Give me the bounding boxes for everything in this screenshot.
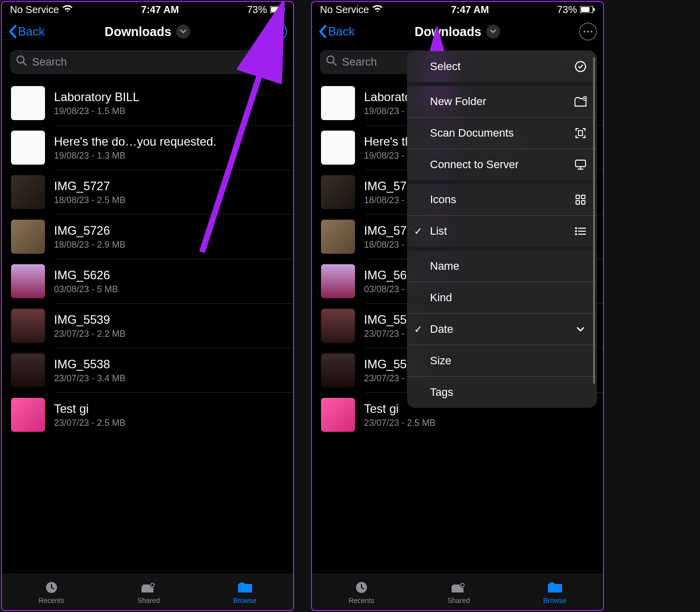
scan-documents-icon — [574, 127, 587, 140]
folder-title[interactable]: Downloads — [414, 25, 500, 39]
nav-bar: Back Downloads — [312, 17, 603, 46]
svg-rect-10 — [581, 7, 590, 12]
tab-recents[interactable]: Recents — [348, 580, 374, 604]
list-icon — [574, 225, 587, 238]
file-thumbnail — [321, 220, 355, 254]
search-placeholder: Search — [342, 56, 377, 69]
menu-new-folder[interactable]: New Folder — [407, 86, 597, 117]
svg-rect-22 — [582, 195, 585, 199]
tab-browse[interactable]: Browse — [543, 580, 566, 604]
search-field[interactable]: Search — [10, 50, 285, 74]
tab-bar: Recents Shared Browse — [312, 574, 603, 610]
carrier-label: No Service — [10, 4, 59, 16]
file-thumbnail — [11, 131, 45, 165]
menu-view-list[interactable]: ✓ List — [407, 215, 597, 247]
file-row[interactable]: IMG_562603/08/23 - 5 MB — [2, 259, 293, 303]
scrollbar[interactable] — [593, 57, 595, 384]
file-row[interactable]: IMG_553823/07/23 - 3.4 MB — [2, 348, 293, 392]
svg-point-17 — [576, 62, 586, 72]
svg-point-25 — [575, 227, 577, 229]
svg-point-12 — [327, 56, 334, 63]
search-icon — [16, 55, 27, 69]
battery-icon — [580, 4, 595, 16]
menu-select[interactable]: Select — [407, 51, 597, 82]
svg-rect-24 — [582, 201, 585, 204]
file-thumbnail — [321, 86, 355, 120]
menu-sort-kind[interactable]: Kind — [407, 282, 597, 313]
battery-pct: 73% — [557, 4, 577, 16]
grid-icon — [574, 193, 587, 206]
status-bar: No Service 7:47 AM 73% — [2, 2, 293, 17]
status-bar: No Service 7:47 AM 73% — [312, 2, 603, 17]
clock: 7:47 AM — [451, 4, 489, 16]
nav-bar: Back Downloads — [2, 17, 293, 46]
back-label: Back — [18, 25, 44, 39]
file-thumbnail — [321, 131, 355, 165]
chevron-down-icon[interactable] — [486, 25, 500, 39]
search-placeholder: Search — [32, 56, 67, 69]
back-label: Back — [328, 25, 354, 39]
svg-rect-23 — [576, 201, 580, 204]
carrier-label: No Service — [320, 4, 369, 16]
more-options-button[interactable] — [269, 23, 287, 41]
chevron-down-icon[interactable] — [176, 25, 190, 39]
chevron-down-icon — [574, 323, 587, 336]
wifi-icon — [372, 4, 383, 16]
battery-pct: 73% — [247, 4, 267, 16]
svg-point-27 — [575, 233, 577, 235]
file-row[interactable]: Here's the do…you requested.19/08/23 - 1… — [2, 126, 293, 170]
folder-title[interactable]: Downloads — [104, 25, 190, 39]
file-row[interactable]: IMG_572618/08/23 - 2.9 MB — [2, 215, 293, 259]
select-checkmark-icon — [574, 60, 587, 73]
svg-rect-1 — [271, 7, 280, 12]
menu-sort-tags[interactable]: Tags — [407, 376, 597, 408]
checkmark-icon: ✓ — [414, 323, 422, 335]
file-thumbnail — [11, 86, 45, 120]
file-row[interactable]: IMG_553923/07/23 - 2.2 MB — [2, 304, 293, 348]
search-icon — [326, 55, 337, 69]
clock: 7:47 AM — [141, 4, 179, 16]
svg-rect-2 — [284, 8, 285, 11]
file-thumbnail — [11, 398, 45, 432]
menu-sort-name[interactable]: Name — [407, 251, 597, 282]
tab-recents[interactable]: Recents — [38, 580, 64, 604]
menu-connect-server[interactable]: Connect to Server — [407, 149, 597, 180]
tab-shared[interactable]: Shared — [448, 580, 470, 604]
svg-rect-11 — [594, 8, 595, 11]
back-button[interactable]: Back — [8, 25, 44, 39]
battery-icon — [270, 4, 285, 16]
svg-rect-21 — [576, 195, 580, 199]
menu-view-icons[interactable]: Icons — [407, 184, 597, 215]
file-thumbnail — [11, 175, 45, 209]
file-thumbnail — [321, 309, 355, 343]
more-options-button[interactable] — [579, 23, 597, 41]
svg-rect-19 — [578, 131, 582, 136]
wifi-icon — [62, 4, 73, 16]
back-button[interactable]: Back — [318, 25, 354, 39]
connect-server-icon — [574, 158, 587, 171]
file-row[interactable]: Test gi23/07/23 - 2.5 MB — [2, 393, 293, 437]
svg-rect-20 — [576, 160, 586, 167]
file-thumbnail — [11, 353, 45, 387]
menu-sort-date[interactable]: ✓ Date — [407, 313, 597, 345]
tab-browse[interactable]: Browse — [233, 580, 256, 604]
file-thumbnail — [321, 264, 355, 298]
menu-sort-size[interactable]: Size — [407, 345, 597, 376]
microphone-icon[interactable] — [270, 54, 279, 70]
right-screenshot: No Service 7:47 AM 73% Back Downloads Se… — [311, 1, 604, 611]
svg-point-3 — [17, 56, 24, 63]
file-row[interactable]: IMG_572718/08/23 - 2.5 MB — [2, 170, 293, 214]
tab-shared[interactable]: Shared — [138, 580, 160, 604]
file-row[interactable]: Laboratory BILL19/08/23 - 1.5 MB — [2, 81, 293, 125]
file-thumbnail — [11, 220, 45, 254]
menu-scan-documents[interactable]: Scan Documents — [407, 117, 597, 149]
left-screenshot: No Service 7:47 AM 73% Back Downloads Se… — [1, 1, 294, 611]
svg-point-26 — [575, 230, 577, 232]
file-thumbnail — [321, 175, 355, 209]
new-folder-icon — [574, 95, 587, 108]
file-list[interactable]: Laboratory BILL19/08/23 - 1.5 MB Here's … — [2, 81, 293, 574]
svg-rect-4 — [272, 55, 276, 62]
tab-bar: Recents Shared Browse — [2, 574, 293, 610]
file-thumbnail — [321, 353, 355, 387]
file-thumbnail — [11, 309, 45, 343]
